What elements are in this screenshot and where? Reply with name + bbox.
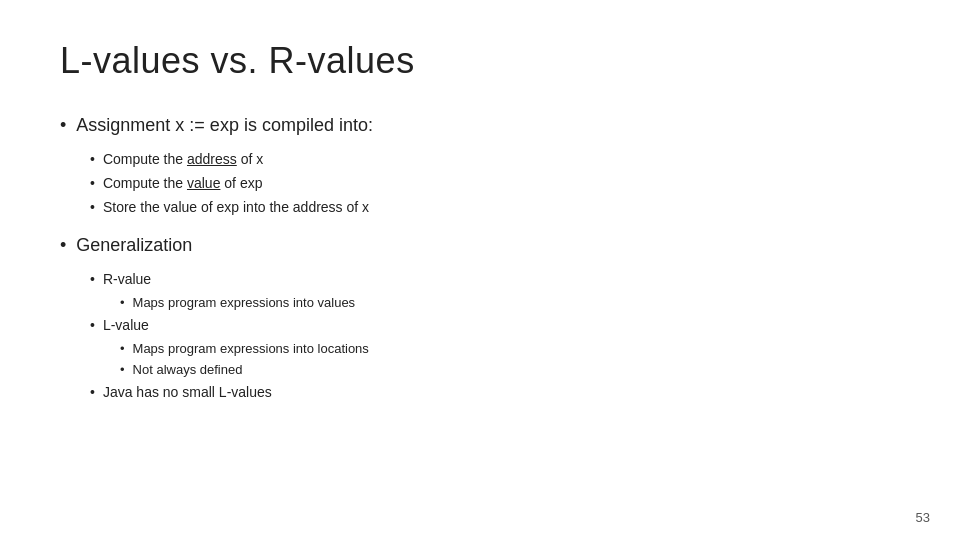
bullet: • xyxy=(90,197,95,218)
bullet: • xyxy=(90,382,95,403)
bullet: • xyxy=(90,269,95,290)
section-assignment: • Assignment x := exp is compiled into: … xyxy=(60,112,900,218)
level1-generalization: • Generalization xyxy=(60,232,900,259)
underline-value: value xyxy=(187,175,220,191)
list-item: • Store the value of exp into the addres… xyxy=(90,197,900,218)
slide: L-values vs. R-values • Assignment x := … xyxy=(0,0,960,540)
list-item: • Maps program expressions into values xyxy=(120,293,900,313)
list-item: • Compute the value of exp xyxy=(90,173,900,194)
item-text: Compute the address of x xyxy=(103,149,263,170)
java-text: Java has no small L-values xyxy=(103,382,272,403)
not-always-defined-text: Not always defined xyxy=(133,360,243,380)
bullet: • xyxy=(120,360,125,380)
list-item-rvalue: • R-value xyxy=(90,269,900,290)
list-item: • Maps program expressions into location… xyxy=(120,339,900,359)
list-item: • Compute the address of x xyxy=(90,149,900,170)
bullet: • xyxy=(90,173,95,194)
bullet: • xyxy=(90,149,95,170)
item-text: Store the value of exp into the address … xyxy=(103,197,369,218)
lvalue-label: L-value xyxy=(103,315,149,336)
item-text: Compute the value of exp xyxy=(103,173,263,194)
lvalue-children: • Maps program expressions into location… xyxy=(120,339,900,380)
assignment-children: • Compute the address of x • Compute the… xyxy=(90,149,900,218)
bullet-generalization: • xyxy=(60,232,66,259)
rvalue-label: R-value xyxy=(103,269,151,290)
assignment-text: Assignment x := exp is compiled into: xyxy=(76,112,373,139)
item-text: Maps program expressions into locations xyxy=(133,339,369,359)
list-item-lvalue: • L-value xyxy=(90,315,900,336)
generalization-children: • R-value • Maps program expressions int… xyxy=(90,269,900,403)
generalization-text: Generalization xyxy=(76,232,192,259)
list-item: • Not always defined xyxy=(120,360,900,380)
bullet: • xyxy=(120,339,125,359)
slide-title: L-values vs. R-values xyxy=(60,40,900,82)
bullet-assignment: • xyxy=(60,112,66,139)
list-item-java: • Java has no small L-values xyxy=(90,382,900,403)
underline-address: address xyxy=(187,151,237,167)
rvalue-children: • Maps program expressions into values xyxy=(120,293,900,313)
slide-number: 53 xyxy=(916,510,930,525)
bullet: • xyxy=(90,315,95,336)
level1-assignment: • Assignment x := exp is compiled into: xyxy=(60,112,900,139)
slide-content: • Assignment x := exp is compiled into: … xyxy=(60,112,900,403)
bullet: • xyxy=(120,293,125,313)
item-text: Maps program expressions into values xyxy=(133,293,356,313)
section-generalization: • Generalization • R-value • Maps progra… xyxy=(60,232,900,403)
